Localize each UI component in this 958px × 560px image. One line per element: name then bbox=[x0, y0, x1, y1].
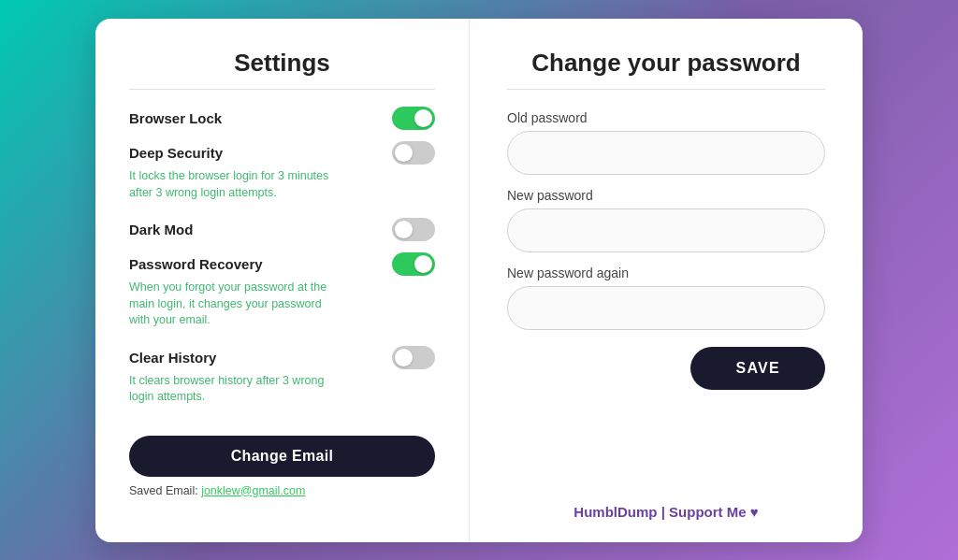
right-divider bbox=[507, 89, 825, 91]
deep-security-toggle[interactable] bbox=[392, 141, 435, 165]
support-label: HumblDump | Support Me bbox=[573, 504, 746, 520]
saved-email-link[interactable]: jonklew@gmail.com bbox=[201, 484, 305, 497]
deep-security-slider bbox=[392, 141, 435, 165]
right-panel: Change your password Old password New pa… bbox=[470, 19, 863, 542]
password-recovery-toggle[interactable] bbox=[392, 252, 435, 276]
clear-history-label: Clear History bbox=[129, 350, 216, 366]
left-panel: Settings Browser Lock Deep Security It bbox=[95, 19, 470, 542]
password-recovery-description: When you forgot your password at the mai… bbox=[129, 280, 344, 329]
settings-title: Settings bbox=[129, 49, 435, 78]
dark-mod-label: Dark Mod bbox=[129, 222, 193, 237]
setting-row-browser-lock: Browser Lock bbox=[129, 107, 435, 130]
setting-group-deep-security: Deep Security It locks the browser login… bbox=[129, 141, 435, 210]
old-password-label: Old password bbox=[507, 110, 825, 125]
password-recovery-label: Password Recovery bbox=[129, 256, 263, 272]
left-divider bbox=[129, 89, 435, 91]
clear-history-toggle[interactable] bbox=[392, 346, 435, 369]
clear-history-slider bbox=[392, 346, 435, 369]
new-password-input[interactable] bbox=[507, 208, 825, 252]
save-button[interactable]: SAVE bbox=[690, 347, 825, 390]
password-recovery-slider bbox=[392, 252, 435, 276]
new-password-label: New password bbox=[507, 188, 825, 203]
browser-lock-toggle[interactable] bbox=[392, 107, 435, 130]
support-text: HumblDump | Support Me ♥ bbox=[507, 504, 825, 520]
deep-security-description: It locks the browser login for 3 minutes… bbox=[129, 168, 344, 201]
clear-history-description: It clears browser history after 3 wrong … bbox=[129, 373, 344, 406]
setting-group-clear-history: Clear History It clears browser history … bbox=[129, 346, 435, 415]
setting-row-clear-history: Clear History bbox=[129, 346, 435, 369]
browser-lock-slider bbox=[392, 107, 435, 130]
saved-email-row: Saved Email: jonklew@gmail.com bbox=[129, 484, 435, 497]
dark-mod-toggle[interactable] bbox=[392, 218, 435, 241]
setting-row-dark-mod: Dark Mod bbox=[129, 218, 435, 241]
heart-icon: ♥ bbox=[750, 504, 759, 520]
setting-group-password-recovery: Password Recovery When you forgot your p… bbox=[129, 252, 435, 338]
old-password-input[interactable] bbox=[507, 131, 825, 175]
main-container: Settings Browser Lock Deep Security It bbox=[95, 19, 863, 542]
setting-row-deep-security: Deep Security bbox=[129, 141, 435, 165]
change-password-title: Change your password bbox=[507, 49, 825, 78]
new-password-again-label: New password again bbox=[507, 266, 825, 280]
saved-email-prefix: Saved Email: bbox=[129, 484, 201, 497]
dark-mod-slider bbox=[392, 218, 435, 241]
setting-group-dark-mod: Dark Mod bbox=[129, 218, 435, 245]
browser-lock-label: Browser Lock bbox=[129, 110, 222, 126]
deep-security-label: Deep Security bbox=[129, 145, 223, 161]
new-password-again-input[interactable] bbox=[507, 286, 825, 330]
setting-row-password-recovery: Password Recovery bbox=[129, 252, 435, 276]
change-email-button[interactable]: Change Email bbox=[129, 436, 435, 477]
setting-group-browser-lock: Browser Lock bbox=[129, 107, 435, 134]
